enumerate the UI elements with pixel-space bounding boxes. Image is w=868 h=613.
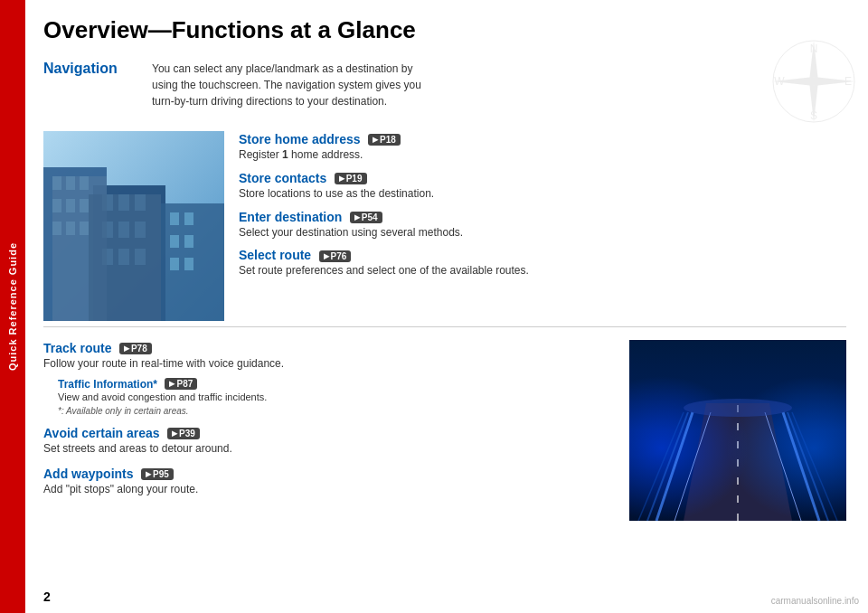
compass-decoration: N S W E <box>769 36 859 127</box>
sub-feature-title-traffic: Traffic Information* <box>58 378 157 391</box>
feature-desc-track-route: Follow your route in real-time with voic… <box>43 356 615 372</box>
svg-rect-26 <box>135 222 146 238</box>
navigation-label: Navigation <box>43 61 118 76</box>
svg-rect-23 <box>135 194 146 211</box>
svg-text:E: E <box>844 75 852 88</box>
svg-point-51 <box>684 399 792 417</box>
top-section: Navigation You can select any place/land… <box>43 61 846 109</box>
svg-rect-19 <box>80 222 89 235</box>
svg-text:S: S <box>810 109 817 122</box>
svg-rect-36 <box>184 258 193 270</box>
bottom-features: Track route P78 Follow your route in rea… <box>43 340 615 521</box>
svg-rect-11 <box>52 176 61 190</box>
feature-add-waypoints: Add waypoints P95 Add "pit stops" along … <box>43 466 615 497</box>
feature-track-route: Track route P78 Follow your route in rea… <box>43 340 615 416</box>
sub-note-traffic: *: Available only in certain areas. <box>58 406 615 416</box>
feature-title-track-route: Track route <box>43 341 111 355</box>
feature-avoid-areas: Avoid certain areas P39 Set streets and … <box>43 425 615 457</box>
svg-rect-16 <box>80 199 89 212</box>
svg-rect-35 <box>170 258 179 270</box>
bottom-section: Track route P78 Follow your route in rea… <box>43 340 846 521</box>
feature-desc-store-home: Register 1 home address. <box>239 147 846 163</box>
feature-store-contacts: Store contacts P19 Store locations to us… <box>239 170 846 202</box>
feature-desc-add-waypoints: Add "pit stops" along your route. <box>43 482 615 497</box>
svg-rect-13 <box>80 176 89 190</box>
svg-rect-12 <box>66 176 75 190</box>
svg-rect-42 <box>629 340 846 521</box>
feature-badge-select-route: P76 <box>319 250 352 262</box>
main-content: N S W E Overview—Functions at a Glance N… <box>25 0 868 613</box>
feature-badge-store-contacts: P19 <box>335 173 367 184</box>
page-number: 2 <box>43 589 51 604</box>
svg-rect-32 <box>184 212 193 225</box>
feature-badge-avoid-areas: P39 <box>167 428 200 439</box>
svg-rect-33 <box>170 235 179 248</box>
navigation-description: You can select any place/landmark as a d… <box>152 61 432 109</box>
feature-desc-enter-destination: Select your destination using several me… <box>239 225 846 240</box>
feature-title-store-home: Store home address <box>239 132 361 146</box>
feature-badge-store-home: P18 <box>368 134 401 146</box>
feature-desc-select-route: Set route preferences and select one of … <box>239 263 846 278</box>
side-tab: Quick Reference Guide <box>0 0 25 613</box>
svg-rect-22 <box>118 194 129 211</box>
svg-rect-28 <box>118 249 129 265</box>
feature-badge-add-waypoints: P95 <box>141 468 174 480</box>
feature-select-route: Select route P76 Set route preferences a… <box>239 247 846 278</box>
svg-rect-14 <box>52 199 61 212</box>
building-image <box>43 131 224 321</box>
page-title: Overview—Functions at a Glance <box>43 16 846 44</box>
feature-title-select-route: Select route <box>239 248 311 262</box>
svg-rect-10 <box>43 167 107 321</box>
svg-rect-34 <box>184 235 193 248</box>
feature-title-enter-destination: Enter destination <box>239 210 342 224</box>
side-tab-label: Quick Reference Guide <box>7 242 18 371</box>
svg-rect-27 <box>102 249 113 265</box>
features-list-top: Store home address P18 Register 1 home a… <box>239 131 846 286</box>
top-content-row: Store home address P18 Register 1 home a… <box>43 131 846 321</box>
feature-title-avoid-areas: Avoid certain areas <box>43 426 160 440</box>
svg-rect-15 <box>66 199 75 212</box>
feature-title-add-waypoints: Add waypoints <box>43 467 134 481</box>
svg-rect-31 <box>170 212 179 225</box>
sub-feature-desc-traffic: View and avoid congestion and traffic in… <box>58 391 615 402</box>
navigation-label-col: Navigation <box>43 61 152 109</box>
feature-desc-avoid-areas: Set streets and areas to detour around. <box>43 441 615 457</box>
svg-rect-20 <box>93 185 165 321</box>
svg-text:W: W <box>774 75 785 88</box>
sub-feature-traffic: Traffic Information* P87 View and avoid … <box>58 375 615 402</box>
svg-rect-17 <box>52 222 61 235</box>
feature-enter-destination: Enter destination P54 Select your destin… <box>239 209 846 240</box>
feature-store-home: Store home address P18 Register 1 home a… <box>239 131 846 163</box>
road-image <box>629 340 846 521</box>
section-divider <box>43 326 846 327</box>
feature-desc-store-contacts: Store locations to use as the destinatio… <box>239 186 846 202</box>
svg-rect-25 <box>118 222 129 238</box>
svg-rect-29 <box>135 249 146 265</box>
watermark: carmanualsonline.info <box>771 596 859 606</box>
svg-text:N: N <box>810 42 818 55</box>
feature-badge-track-route: P78 <box>119 343 152 354</box>
svg-rect-24 <box>102 222 113 238</box>
feature-title-store-contacts: Store contacts <box>239 171 326 185</box>
sub-feature-badge-traffic: P87 <box>165 378 197 390</box>
feature-badge-enter-destination: P54 <box>350 212 382 223</box>
svg-rect-18 <box>66 222 75 235</box>
svg-rect-21 <box>102 194 113 211</box>
